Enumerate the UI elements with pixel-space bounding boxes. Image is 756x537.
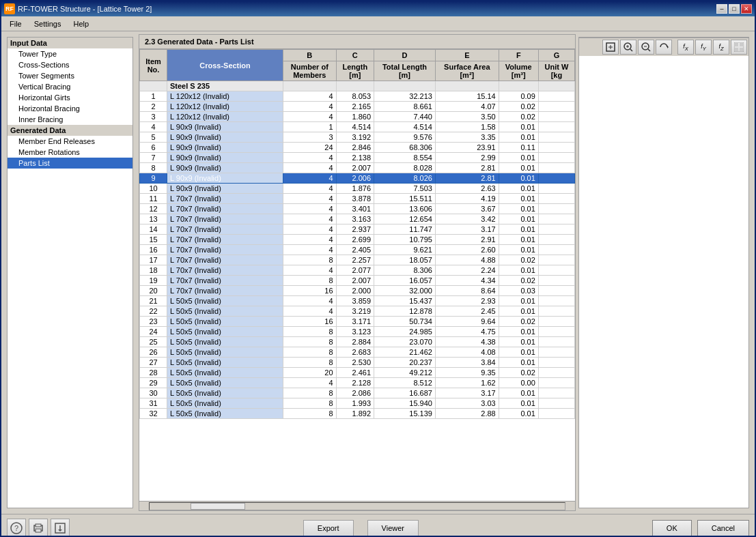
table-row[interactable]: 22 L 50x5 (Invalid) 4 3.219 12.878 2.45 … [140,306,575,317]
cell-cross-section: L 50x5 (Invalid) [167,368,283,378]
fy-button[interactable]: fY [695,40,712,55]
center-buttons: Export Viewer [72,520,649,536]
export-button[interactable]: Export [303,520,354,536]
table-row[interactable]: 9 L 90x9 (Invalid) 4 2.006 8.026 2.81 0.… [140,173,575,184]
cell-item-no: 22 [140,306,167,317]
sidebar-item-vertical-bracing[interactable]: Vertical Bracing [8,81,132,92]
cell-length: 2.006 [336,173,374,184]
fx-button[interactable]: fX [677,40,694,55]
sidebar-item-inner-bracing[interactable]: Inner Bracing [8,114,132,125]
col-unit-weight-header: Unit W[kg [538,61,574,81]
table-row[interactable]: 1 L 120x12 (Invalid) 4 8.053 32.213 15.1… [140,91,575,102]
cell-item-no: 21 [140,296,167,306]
cell-volume: 0.01 [499,214,538,224]
table-row[interactable]: 10 L 90x9 (Invalid) 4 1.876 7.503 2.63 0… [140,184,575,194]
cancel-button[interactable]: Cancel [697,520,749,536]
cell-surface-area: 3.84 [435,358,499,368]
table-row[interactable]: 18 L 70x7 (Invalid) 4 2.077 8.306 2.24 0… [140,265,575,276]
app-icon: RF [4,3,15,14]
maximize-button[interactable]: □ [729,4,740,14]
table-row[interactable]: 29 L 50x5 (Invalid) 4 2.128 8.512 1.62 0… [140,378,575,388]
sidebar-item-tower-segments[interactable]: Tower Segments [8,70,132,81]
cell-item-no: 7 [140,153,167,163]
sidebar-item-member-end-releases[interactable]: Member End Releases [8,136,132,147]
table-row[interactable]: 6 L 90x9 (Invalid) 24 2.846 68.306 23.91… [140,143,575,153]
cell-length: 2.530 [336,358,374,368]
minimize-button[interactable]: – [716,4,727,14]
section-spacer [140,81,167,91]
cell-item-no: 15 [140,235,167,245]
sidebar-item-member-rotations[interactable]: Member Rotations [8,147,132,158]
cell-item-no: 9 [140,173,167,184]
table-row[interactable]: 12 L 70x7 (Invalid) 4 3.401 13.606 3.67 … [140,204,575,214]
ok-button[interactable]: OK [652,520,692,536]
table-row[interactable]: 16 L 70x7 (Invalid) 4 2.405 9.621 2.60 0… [140,245,575,255]
viewer-button[interactable]: Viewer [367,520,419,536]
table-container[interactable]: ItemNo. Cross-Section B C D E F G Number… [139,49,575,501]
cell-members: 4 [283,112,337,122]
cell-surface-area: 23.91 [435,143,499,153]
rotate-button[interactable] [656,40,672,55]
svg-rect-75 [740,43,743,46]
table-row[interactable]: 17 L 70x7 (Invalid) 8 2.257 18.057 4.88 … [140,255,575,265]
print-button[interactable] [29,519,48,538]
table-row[interactable]: 23 L 50x5 (Invalid) 16 3.171 50.734 9.64… [140,317,575,327]
menu-settings[interactable]: Settings [29,18,67,29]
cell-volume: 0.01 [499,224,538,235]
table-row[interactable]: 32 L 50x5 (Invalid) 8 1.892 15.139 2.88 … [140,409,575,419]
fz-button[interactable]: fZ [713,40,729,55]
sidebar-item-horizontal-bracing[interactable]: Horizontal Bracing [8,103,132,114]
zoom-out-button[interactable] [638,40,654,55]
table-row[interactable]: 21 L 50x5 (Invalid) 4 3.859 15.437 2.93 … [140,296,575,306]
cell-unit-weight [538,409,574,419]
cell-unit-weight [538,102,574,112]
menu-help[interactable]: Help [68,18,94,29]
close-button[interactable]: ✕ [741,4,752,14]
cell-cross-section: L 50x5 (Invalid) [167,296,283,306]
table-row[interactable]: 25 L 50x5 (Invalid) 8 2.884 23.070 4.38 … [140,337,575,347]
table-row[interactable]: 2 L 120x12 (Invalid) 4 2.165 8.661 4.07 … [140,102,575,112]
table-row[interactable]: 13 L 70x7 (Invalid) 4 3.163 12.654 3.42 … [140,214,575,224]
sidebar-item-tower-type[interactable]: Tower Type [8,48,132,59]
settings-view-button[interactable] [731,40,747,55]
horizontal-scrollbar[interactable] [139,501,575,510]
zoom-fit-button[interactable] [602,40,619,55]
table-row[interactable]: 15 L 70x7 (Invalid) 4 2.699 10.795 2.91 … [140,235,575,245]
table-row[interactable]: 20 L 70x7 (Invalid) 16 2.000 32.000 8.64… [140,286,575,296]
cell-surface-area: 2.93 [435,296,499,306]
cell-members: 4 [283,153,337,163]
cell-length: 2.165 [336,102,374,112]
cell-length: 2.461 [336,368,374,378]
sidebar-item-horizontal-girts[interactable]: Horizontal Girts [8,92,132,103]
table-row[interactable]: 19 L 70x7 (Invalid) 8 2.007 16.057 4.34 … [140,276,575,286]
zoom-in-button[interactable] [620,40,636,55]
table-row[interactable]: 5 L 90x9 (Invalid) 3 3.192 9.576 3.35 0.… [140,132,575,143]
table-row[interactable]: 24 L 50x5 (Invalid) 8 3.123 24.985 4.75 … [140,327,575,337]
fx-label: fX [683,43,688,52]
sidebar-item-parts-list[interactable]: Parts List [8,158,132,169]
cell-total-length: 8.028 [374,163,436,173]
table-row[interactable]: 31 L 50x5 (Invalid) 8 1.993 15.940 3.03 … [140,398,575,409]
table-row[interactable]: 27 L 50x5 (Invalid) 8 2.530 20.237 3.84 … [140,358,575,368]
help-button[interactable]: ? [7,519,26,538]
col-c-header: C [336,50,374,61]
table-row[interactable]: 8 L 90x9 (Invalid) 4 2.007 8.028 2.81 0.… [140,163,575,173]
menu-file[interactable]: File [4,18,27,29]
cell-cross-section: L 50x5 (Invalid) [167,327,283,337]
table-row[interactable]: 11 L 70x7 (Invalid) 4 3.878 15.511 4.19 … [140,194,575,204]
table-row[interactable]: 28 L 50x5 (Invalid) 20 2.461 49.212 9.35… [140,368,575,378]
cell-item-no: 13 [140,214,167,224]
cell-members: 16 [283,317,337,327]
cell-cross-section: L 120x12 (Invalid) [167,91,283,102]
sidebar-item-cross-sections[interactable]: Cross-Sections [8,59,132,70]
table-row[interactable]: 4 L 90x9 (Invalid) 1 4.514 4.514 1.58 0.… [140,122,575,132]
table-row[interactable]: 3 L 120x12 (Invalid) 4 1.860 7.440 3.50 … [140,112,575,122]
export-icon-button[interactable] [51,519,70,538]
sidebar-group-generated: Generated Data [8,125,132,136]
table-row[interactable]: 7 L 90x9 (Invalid) 4 2.138 8.554 2.99 0.… [140,153,575,163]
cell-cross-section: L 70x7 (Invalid) [167,255,283,265]
table-row[interactable]: 26 L 50x5 (Invalid) 8 2.683 21.462 4.08 … [140,347,575,358]
table-row[interactable]: 14 L 70x7 (Invalid) 4 2.937 11.747 3.17 … [140,224,575,235]
cell-unit-weight [538,327,574,337]
table-row[interactable]: 30 L 50x5 (Invalid) 8 2.086 16.687 3.17 … [140,388,575,398]
